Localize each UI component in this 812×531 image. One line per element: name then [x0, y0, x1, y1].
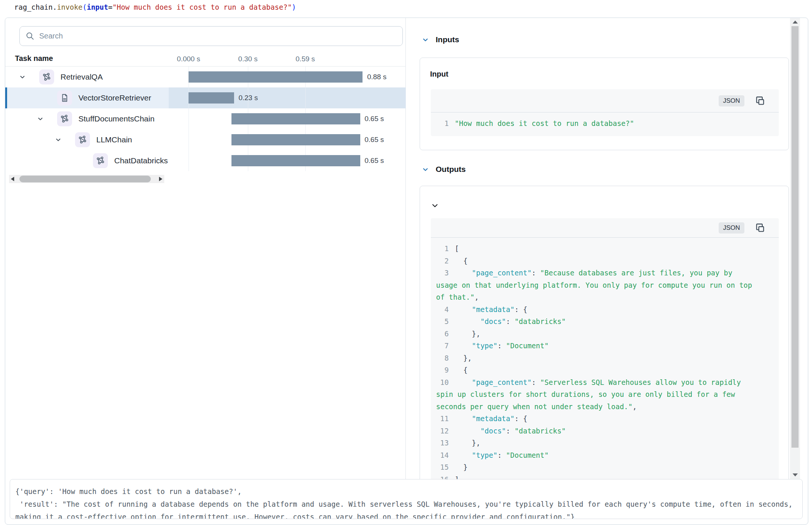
task-icon-chip — [57, 111, 72, 126]
outputs-section-title: Outputs — [436, 165, 466, 174]
line-number: 5 — [436, 315, 449, 328]
chevron-spacer — [73, 158, 79, 164]
tree-row-stuffdocumentschain[interactable]: StuffDocumentsChain0.65 s — [5, 108, 406, 129]
chain-icon — [42, 72, 51, 81]
task-name-cell: RetrievalQA — [5, 67, 169, 87]
line-number: 14 — [436, 449, 449, 461]
task-name-column-header: Task name — [15, 54, 53, 63]
chain-icon — [60, 114, 69, 123]
line-number: 1 — [436, 243, 449, 255]
json-code-line: 7 "type": "Document" — [436, 340, 753, 352]
task-rows: RetrievalQA0.88 sVectorStoreRetriever0.2… — [5, 67, 406, 171]
inputs-section-title: Inputs — [436, 35, 459, 44]
input-json-viewer: JSON 1"How much does it cost to run a da… — [431, 89, 779, 136]
expand-chevron-icon[interactable] — [37, 116, 43, 122]
expand-chevron[interactable] — [19, 74, 25, 80]
json-toggle-button[interactable]: JSON — [719, 95, 744, 106]
line-number: 2 — [436, 255, 449, 267]
line-number: 13 — [436, 437, 449, 449]
outputs-section-header[interactable]: Outputs — [422, 165, 466, 174]
code-token: ) — [292, 3, 296, 11]
expand-chevron[interactable] — [37, 116, 43, 122]
input-card: Input JSON 1"How much does it cost to ru… — [420, 58, 789, 150]
task-icon-chip — [93, 153, 108, 168]
json-code-line: 3 "page_content": "Because databases are… — [436, 267, 753, 303]
expand-chevron[interactable] — [55, 137, 61, 143]
search-input[interactable] — [39, 32, 396, 40]
code-token: ( — [83, 3, 87, 11]
time-axis-tick: 0.30 s — [238, 55, 258, 63]
code-token: "How much does it cost to run a database… — [112, 3, 292, 11]
duration-label: 0.65 s — [365, 108, 384, 129]
time-axis-tick: 0.000 s — [177, 55, 200, 63]
duration-label: 0.65 s — [365, 129, 384, 150]
copy-button[interactable] — [755, 223, 765, 233]
notebook-code-line: rag_chain.invoke(input="How much does it… — [14, 2, 296, 12]
expand-chevron-icon[interactable] — [19, 74, 25, 80]
vertical-scrollbar-thumb[interactable] — [791, 26, 799, 448]
chain-icon — [78, 135, 87, 144]
time-axis-tick: 0.59 s — [296, 55, 315, 63]
task-name-label: LLMChain — [96, 135, 132, 144]
vertical-scrollbar[interactable] — [790, 18, 800, 480]
json-code-line: 12 "docs": "databricks" — [436, 425, 753, 437]
tree-row-retrievalqa[interactable]: RetrievalQA0.88 s — [5, 67, 406, 87]
task-name-cell: VectorStoreRetriever — [5, 87, 169, 108]
horizontal-scrollbar[interactable] — [9, 175, 164, 183]
inputs-section-header[interactable]: Inputs — [422, 35, 459, 44]
tree-row-vectorstoreretriever[interactable]: VectorStoreRetriever0.23 s — [5, 87, 406, 108]
duration-label: 0.65 s — [365, 150, 384, 171]
code-token: = — [108, 3, 112, 11]
search-icon — [26, 32, 34, 40]
json-viewer-toolbar: JSON — [431, 89, 779, 112]
line-number: 11 — [436, 413, 449, 425]
chevron-spacer — [37, 95, 43, 101]
code-token: rag_chain. — [14, 3, 57, 11]
copy-button[interactable] — [755, 96, 765, 106]
line-number: 3 — [436, 267, 449, 279]
copy-icon — [755, 96, 765, 106]
json-code-line: 15 } — [436, 461, 753, 473]
result-output-box: {'query': 'How much does it cost to run … — [10, 479, 803, 519]
json-code-line: 13 }, — [436, 437, 753, 449]
json-code-line: 5 "docs": "databricks" — [436, 315, 753, 328]
selected-row-accent — [5, 87, 7, 108]
duration-bar[interactable] — [231, 155, 360, 166]
task-name-cell: ChatDatabricks — [5, 150, 169, 171]
duration-bar[interactable] — [231, 134, 360, 145]
duration-label: 0.23 s — [239, 87, 258, 108]
scroll-down-arrow-icon[interactable] — [793, 473, 798, 476]
duration-bar[interactable] — [231, 113, 360, 124]
json-code-line: 10 "page_content": "Serverless SQL Wareh… — [436, 376, 753, 413]
chevron-down-icon — [422, 37, 429, 43]
line-number: 8 — [436, 352, 449, 364]
line-number: 6 — [436, 328, 449, 340]
duration-label: 0.88 s — [367, 67, 386, 87]
trace-explorer: Task name 0.000 s0.30 s0.59 s RetrievalQ… — [5, 18, 808, 480]
scroll-up-arrow-icon[interactable] — [793, 21, 798, 24]
json-code-line: 8 }, — [436, 352, 753, 364]
scroll-right-arrow-icon[interactable] — [159, 177, 162, 181]
tree-row-chatdatabricks[interactable]: ChatDatabricks0.65 s — [5, 150, 406, 171]
json-code-line: 2 { — [436, 255, 753, 267]
search-box[interactable] — [19, 26, 403, 46]
expand-chevron-icon[interactable] — [55, 137, 61, 143]
json-code-line: 11 "metadata": { — [436, 413, 753, 425]
duration-bar[interactable] — [189, 92, 234, 104]
chain-icon — [96, 156, 105, 165]
line-number: 12 — [436, 425, 449, 437]
task-name-cell: LLMChain — [5, 129, 169, 150]
output-expander-chevron-icon[interactable] — [431, 202, 439, 209]
line-number: 15 — [436, 461, 449, 473]
tree-header-row: Task name 0.000 s0.30 s0.59 s — [5, 49, 406, 67]
json-toggle-button[interactable]: JSON — [719, 222, 744, 234]
scroll-left-arrow-icon[interactable] — [11, 177, 14, 181]
line-number: 1 — [436, 117, 449, 130]
horizontal-scrollbar-thumb[interactable] — [19, 176, 151, 182]
tree-row-llmchain[interactable]: LLMChain0.65 s — [5, 129, 406, 150]
task-name-label: RetrievalQA — [60, 72, 103, 81]
task-tree-pane: Task name 0.000 s0.30 s0.59 s RetrievalQ… — [5, 18, 406, 480]
line-number: 10 — [436, 376, 449, 389]
duration-bar[interactable] — [189, 71, 363, 83]
json-code-line: 9 { — [436, 364, 753, 376]
